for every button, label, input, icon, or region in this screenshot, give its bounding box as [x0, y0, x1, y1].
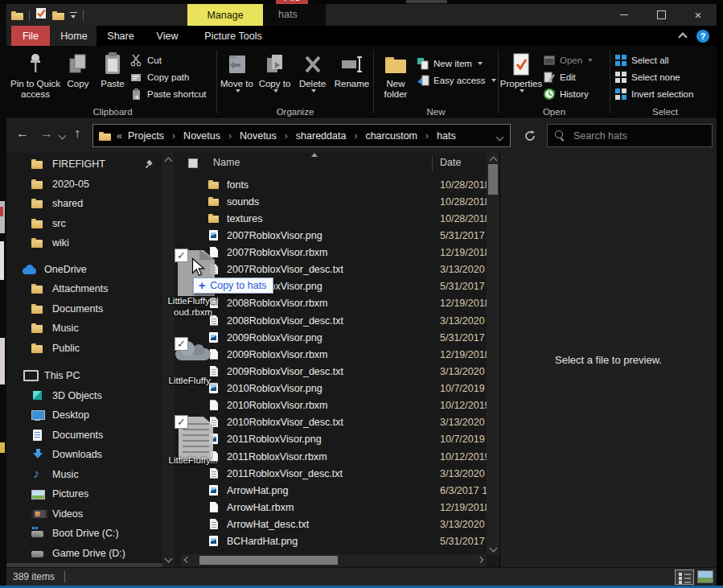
paste-shortcut-button[interactable]: Paste shortcut — [130, 85, 216, 102]
recent-locations-icon[interactable] — [59, 132, 67, 140]
table-row[interactable]: 2010RobloxVisor.rbxm10/12/2019 — [181, 397, 487, 414]
table-row[interactable]: ArrowHat_desc.txt3/13/2020 8 — [181, 516, 487, 533]
collapse-ribbon-icon[interactable] — [678, 32, 687, 41]
sidebar-scrollbar[interactable] — [162, 153, 175, 567]
table-row[interactable]: BCHardHat.png5/31/2017 7 — [181, 533, 487, 550]
minimize-button[interactable] — [606, 4, 643, 26]
sidebar-item-downloads[interactable]: Downloads — [6, 445, 162, 465]
breadcrumb-overflow-icon[interactable]: « — [117, 130, 122, 142]
table-row[interactable]: 2010RobloxVisor.png10/7/2019 3 — [181, 380, 487, 397]
table-row[interactable]: fonts10/28/2018 — [181, 176, 487, 193]
table-row[interactable]: 2007RobloxVisor_desc.txt3/13/2020 8 — [181, 261, 487, 278]
scroll-up-icon[interactable] — [489, 157, 497, 165]
breadcrumb-item-novetus[interactable]: Novetus — [240, 130, 277, 142]
table-row[interactable]: 2009RobloxVisor_desc.txt3/13/2020 8 — [181, 363, 487, 380]
select-all-button[interactable]: Select all — [614, 51, 717, 68]
table-row[interactable]: 2011RobloxVisor_desc.txt3/13/2020 8 — [181, 465, 487, 482]
up-icon[interactable]: ↑ — [74, 126, 80, 141]
history-button[interactable]: History — [543, 85, 607, 102]
sidebar-item-game-drive-d[interactable]: Game Drive (D:) — [6, 544, 162, 564]
sidebar-item-wiki[interactable]: wiki — [6, 233, 162, 253]
table-row[interactable]: textures10/28/2018 — [181, 210, 487, 227]
column-header-date[interactable]: Date — [440, 157, 461, 168]
thumbnail-view-button[interactable] — [697, 570, 713, 583]
table-row[interactable]: 2009RobloxVisor.rbxm12/19/2018 — [181, 346, 487, 363]
table-row[interactable]: 2011RobloxVisor.png10/7/2019 3 — [181, 431, 487, 448]
sidebar-item-music[interactable]: Music — [6, 465, 162, 485]
table-row[interactable]: 2008RobloxVisor.rbxm12/19/2018 — [181, 295, 487, 312]
edit-button[interactable]: Edit — [543, 68, 607, 85]
easy-access-button[interactable]: Easy access — [417, 72, 497, 88]
tab-manage[interactable]: Manage — [187, 4, 263, 26]
sidebar-item-music[interactable]: Music — [6, 319, 162, 339]
sidebar-item-3d-objects[interactable]: 3D Objects — [6, 386, 162, 406]
maximize-button[interactable] — [643, 4, 680, 26]
address-dropdown-icon[interactable] — [496, 134, 504, 142]
sidebar-item-firefight[interactable]: FIREFIGHT — [6, 154, 162, 175]
scroll-up-icon[interactable] — [165, 158, 173, 166]
new-item-button[interactable]: New item — [417, 55, 497, 72]
properties-check-icon[interactable] — [35, 7, 47, 23]
column-divider[interactable] — [432, 155, 433, 171]
scrollbar-thumb[interactable] — [199, 556, 338, 565]
search-box[interactable] — [547, 124, 713, 147]
cut-button[interactable]: Cut — [130, 51, 216, 68]
folder-icon[interactable] — [11, 10, 23, 20]
sidebar-item-onedrive[interactable]: OneDrive — [6, 260, 162, 280]
sidebar-item-pictures[interactable]: Pictures — [6, 484, 162, 504]
select-none-button[interactable]: Select none — [614, 68, 717, 85]
sidebar-item-documents[interactable]: Documents — [6, 426, 162, 446]
sidebar-item-this-pc[interactable]: This PC — [6, 366, 162, 386]
table-row[interactable]: ArrowHat.rbxm12/19/2018 — [181, 499, 487, 516]
breadcrumb-item-shareddata[interactable]: shareddata — [296, 130, 347, 142]
table-row[interactable]: 2008RobloxVisor_desc.txt3/13/2020 8 — [181, 312, 487, 329]
select-all-checkbox[interactable] — [188, 158, 198, 168]
invert-selection-button[interactable]: Invert selection — [614, 85, 717, 102]
tab-share[interactable]: Share — [97, 26, 145, 46]
back-icon[interactable]: ← — [16, 126, 29, 141]
horizontal-scrollbar[interactable] — [181, 554, 487, 566]
breadcrumb-item-novetus[interactable]: Novetus — [183, 130, 220, 142]
tab-picture-tools[interactable]: Picture Tools — [190, 26, 277, 46]
customize-toolbar-icon[interactable] — [70, 12, 77, 19]
breadcrumb-item-hats[interactable]: hats — [437, 130, 456, 142]
forward-icon[interactable]: → — [40, 126, 53, 141]
details-view-button[interactable] — [675, 569, 694, 585]
sidebar-item-documents[interactable]: Documents — [6, 299, 162, 319]
close-button[interactable]: × — [680, 4, 717, 26]
sidebar-item-boot-drive-c[interactable]: Boot Drive (C:) — [6, 524, 162, 544]
sidebar-item-src[interactable]: src — [6, 214, 162, 234]
refresh-button[interactable] — [518, 124, 542, 147]
scrollbar-thumb[interactable] — [488, 164, 498, 195]
open-button[interactable]: Open — [543, 51, 607, 68]
table-row[interactable]: 2009RobloxVisor.png5/31/2017 7 — [181, 329, 487, 346]
sidebar-item-shared[interactable]: shared — [6, 194, 162, 214]
sidebar-item-attachments[interactable]: Attachments — [6, 279, 162, 299]
tab-home[interactable]: Home — [51, 26, 97, 46]
sidebar-item-videos[interactable]: Videos — [6, 504, 162, 524]
table-row[interactable]: 2010RobloxVisor_desc.txt3/13/2020 8 — [181, 414, 487, 431]
copy-path-button[interactable]: Copy path — [130, 68, 216, 85]
sidebar-item-public[interactable]: Public — [6, 339, 162, 359]
vertical-scrollbar[interactable] — [487, 153, 499, 555]
tab-file[interactable]: File — [11, 26, 50, 46]
scroll-down-icon[interactable] — [489, 545, 497, 553]
table-row[interactable]: sounds10/28/2018 — [181, 193, 487, 210]
sidebar-item-desktop[interactable]: Desktop — [6, 405, 162, 426]
scroll-down-icon[interactable] — [165, 555, 173, 563]
sidebar-item-2020-05[interactable]: 2020-05 — [6, 175, 162, 195]
folder-icon[interactable] — [52, 10, 64, 20]
table-row[interactable]: 2007RobloxVisor.rbxm12/19/2018 — [181, 245, 487, 261]
table-row[interactable]: 2007RobloxVisor.png5/31/2017 7 — [181, 227, 487, 244]
table-row[interactable]: ArrowHat.png6/3/2017 11 — [181, 482, 487, 499]
tab-view[interactable]: View — [145, 26, 190, 46]
column-header-name[interactable]: Name — [213, 157, 240, 168]
help-icon[interactable]: ? — [696, 30, 709, 43]
breadcrumb-item-charcustom[interactable]: charcustom — [365, 130, 417, 142]
breadcrumb-item-projects[interactable]: Projects — [128, 130, 164, 142]
scroll-right-icon[interactable] — [477, 557, 483, 563]
table-row[interactable]: 2011RobloxVisor.rbxm10/12/2019 — [181, 448, 487, 465]
breadcrumb[interactable]: « Projects›Novetus›Novetus›shareddata›ch… — [92, 124, 511, 147]
scroll-left-icon[interactable] — [184, 557, 191, 563]
search-input[interactable] — [572, 130, 692, 142]
